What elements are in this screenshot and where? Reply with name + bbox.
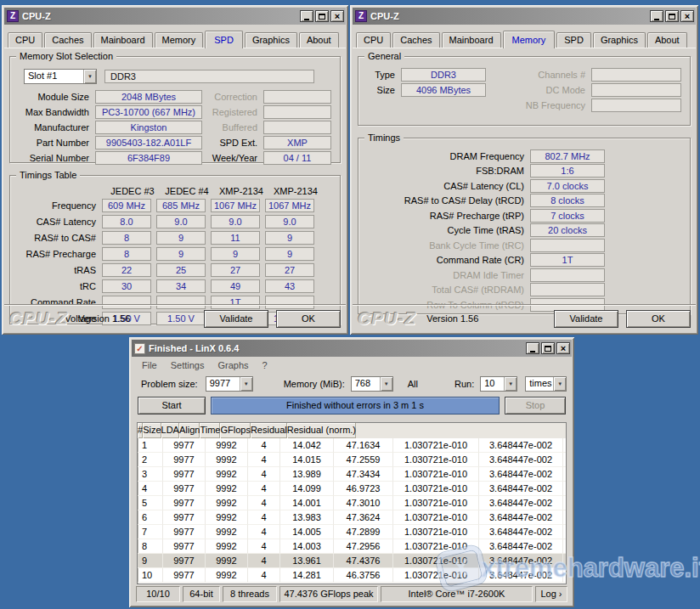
validate-button[interactable]: Validate xyxy=(554,310,618,328)
cell-size: 9977 xyxy=(163,467,206,482)
tab[interactable]: CPU xyxy=(8,32,42,48)
tab[interactable]: Memory xyxy=(155,32,204,48)
column-header[interactable]: Residual (norm.) xyxy=(287,423,356,438)
tab[interactable]: Mainboard xyxy=(442,32,501,48)
minimize-button[interactable] xyxy=(300,10,313,22)
minimize-button[interactable] xyxy=(526,342,539,354)
timing-value: 1:6 xyxy=(530,164,605,178)
menu-item[interactable]: File xyxy=(135,358,164,372)
menu-item[interactable]: ? xyxy=(256,358,274,372)
timing-value: 7.0 clocks xyxy=(530,179,605,193)
table-row[interactable]: 10 9977 9992 4 14.281 46.3756 1.030721e-… xyxy=(138,568,566,583)
timing-value: 9 xyxy=(211,247,260,261)
column-header[interactable]: GFlops xyxy=(220,423,250,438)
tab[interactable]: CPU xyxy=(356,32,391,48)
general-left-fields: Type DDR3 Size 4096 MBytes xyxy=(365,67,486,113)
field-value: 2048 MBytes xyxy=(95,90,202,104)
general-right-fields: Channels # DC Mode NB Frequency xyxy=(517,67,683,113)
field-value: Kingston xyxy=(95,121,202,134)
table-row[interactable]: 1 9977 9992 4 14.042 47.1634 1.030721e-0… xyxy=(138,438,566,453)
tab[interactable]: About xyxy=(299,32,339,48)
run-count-select[interactable]: 10 ▼ xyxy=(480,376,517,392)
column-header[interactable]: Time xyxy=(200,423,220,438)
run-unit-select[interactable]: times ▼ xyxy=(525,376,567,392)
field-value: 4096 MBytes xyxy=(401,83,486,97)
problem-size-select[interactable]: 9977 ▼ xyxy=(206,376,253,392)
cell-filler xyxy=(563,482,566,496)
linx-app-icon: ✓ xyxy=(134,343,145,354)
status-bar: 10/10 64-bit 8 threads 47.4376 GFlops pe… xyxy=(132,584,572,605)
chevron-down-icon: ▼ xyxy=(380,377,392,391)
memory-select[interactable]: 768 ▼ xyxy=(351,376,393,392)
menu-item[interactable]: Settings xyxy=(164,358,212,372)
slot-select[interactable]: Slot #1 ▼ xyxy=(24,69,97,84)
tab[interactable]: Caches xyxy=(44,32,91,48)
cell-size: 9977 xyxy=(163,438,206,453)
column-header[interactable]: Align xyxy=(179,423,200,438)
field-value xyxy=(263,90,331,104)
status-threads: 8 threads xyxy=(223,586,277,602)
table-row[interactable]: 6 9977 9992 4 13.983 47.3624 1.030721e-0… xyxy=(138,510,566,525)
ok-button[interactable]: OK xyxy=(276,310,341,328)
table-row[interactable]: 2 9977 9992 4 14.015 47.2559 1.030721e-0… xyxy=(138,453,566,467)
maximize-button[interactable] xyxy=(315,10,329,22)
tab-label: Caches xyxy=(400,35,432,45)
titlebar: ✓ Finished - LinX 0.6.4 × xyxy=(132,340,572,357)
column-header[interactable]: LDA xyxy=(161,423,179,438)
stop-button[interactable]: Stop xyxy=(505,397,566,414)
tab[interactable]: About xyxy=(647,32,687,48)
cell-lda: 9992 xyxy=(206,496,248,510)
timing-row-label: Cycle Time (tRAS) xyxy=(370,225,530,235)
timing-value: 609 MHz xyxy=(102,199,151,212)
minimize-button[interactable] xyxy=(650,10,663,22)
maximize-button[interactable] xyxy=(665,10,679,22)
timing-value: 1067 MHz xyxy=(265,199,314,212)
cell-lda: 9992 xyxy=(206,525,248,539)
cell-time: 14.001 xyxy=(280,496,334,510)
field-label: Registered xyxy=(209,107,263,117)
tab-bar: CPUCachesMainboardMemorySPDGraphicsAbout xyxy=(353,25,696,48)
field-label: Size xyxy=(365,85,401,95)
tab[interactable]: Graphics xyxy=(593,32,646,48)
menu-item[interactable]: Graphs xyxy=(211,358,255,372)
minimize-icon xyxy=(530,351,535,352)
field-label: Part Number xyxy=(17,138,95,148)
tab[interactable]: SPD xyxy=(205,31,243,48)
table-row[interactable]: 9 9977 9992 4 13.961 47.4376 1.030721e-0… xyxy=(138,554,566,568)
tab[interactable]: SPD xyxy=(556,32,591,48)
column-header[interactable]: Size xyxy=(143,423,161,438)
close-button[interactable]: × xyxy=(680,10,694,22)
timing-value: 8 xyxy=(102,231,151,245)
field-row: Part Number 9905403-182.A01LF SPD Ext. X… xyxy=(17,135,333,150)
table-row[interactable]: 4 9977 9992 4 14.099 46.9723 1.030721e-0… xyxy=(138,482,566,496)
ok-button[interactable]: OK xyxy=(626,310,691,328)
close-button[interactable]: × xyxy=(556,342,570,354)
validate-button[interactable]: Validate xyxy=(204,310,268,328)
cell-gflops: 47.4376 xyxy=(334,554,393,568)
table-row[interactable]: 8 9977 9992 4 14.003 47.2956 1.030721e-0… xyxy=(138,539,566,554)
table-row[interactable]: 5 9977 9992 4 14.001 47.3010 1.030721e-0… xyxy=(138,496,566,510)
tab[interactable]: Caches xyxy=(392,32,439,48)
log-toggle-button[interactable]: Log › xyxy=(535,586,567,602)
cell-filler xyxy=(563,539,566,554)
close-button[interactable]: × xyxy=(330,10,344,22)
field-value: DDR3 xyxy=(401,68,486,82)
close-icon: × xyxy=(335,12,340,21)
table-row[interactable]: 7 9977 9992 4 14.005 47.2899 1.030721e-0… xyxy=(138,525,566,539)
cell-residual-norm: 3.648447e-002 xyxy=(479,482,563,496)
cell-align: 4 xyxy=(248,453,280,467)
maximize-button[interactable] xyxy=(541,342,555,354)
column-header[interactable]: Residual xyxy=(251,423,287,438)
cell-size: 9977 xyxy=(163,539,206,554)
field-label: Channels # xyxy=(517,70,591,80)
tab[interactable]: Mainboard xyxy=(93,32,153,48)
cell-align: 4 xyxy=(248,467,280,482)
start-button[interactable]: Start xyxy=(138,397,206,414)
field-value: 6F384F89 xyxy=(95,151,202,165)
cell-lda: 9992 xyxy=(206,438,248,453)
table-row[interactable]: 3 9977 9992 4 13.989 47.3434 1.030721e-0… xyxy=(138,467,566,482)
tab[interactable]: Memory xyxy=(503,31,556,48)
tab[interactable]: Graphics xyxy=(245,32,297,48)
timing-row: Bank Cycle Time (tRC) xyxy=(370,238,683,253)
cell-residual: 1.030721e-010 xyxy=(393,467,479,482)
